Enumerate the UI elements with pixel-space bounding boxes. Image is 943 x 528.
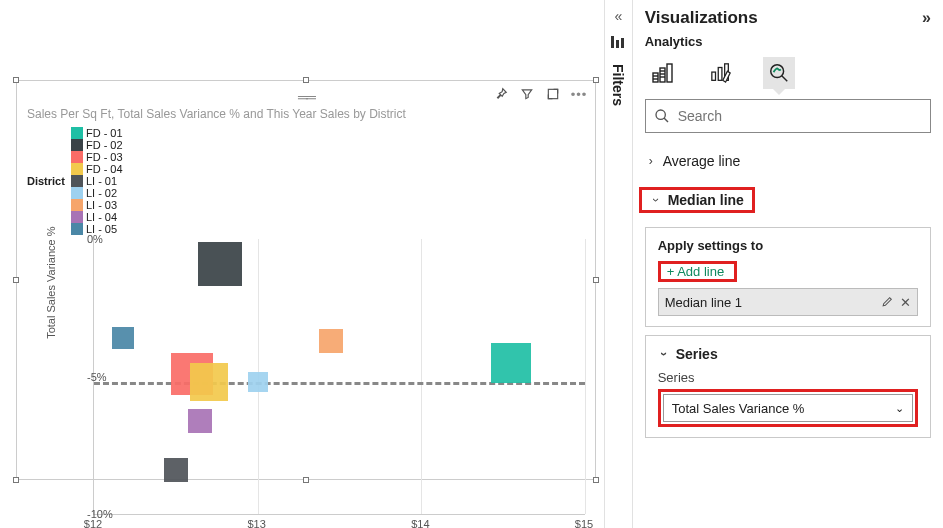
filter-icon[interactable] [519, 86, 535, 102]
legend-item[interactable]: FD - 02 [71, 139, 123, 151]
more-options-icon[interactable]: ••• [571, 86, 587, 102]
expand-right-icon[interactable]: » [922, 9, 931, 27]
series-section-title: Series [676, 346, 718, 362]
legend-label: FD - 04 [86, 163, 123, 175]
data-point[interactable] [190, 363, 228, 401]
data-point[interactable] [491, 343, 531, 383]
chevron-down-icon: ⌄ [895, 402, 904, 415]
series-dropdown-value: Total Sales Variance % [672, 401, 805, 416]
x-tick: $13 [247, 518, 265, 528]
legend-swatch [71, 187, 83, 199]
focus-mode-icon[interactable] [545, 86, 561, 102]
legend-swatch [71, 175, 83, 187]
pin-icon[interactable] [493, 86, 509, 102]
svg-rect-5 [660, 68, 665, 82]
legend-label: LI - 03 [86, 199, 117, 211]
legend-swatch [71, 163, 83, 175]
data-point[interactable] [198, 242, 242, 286]
resize-handle[interactable] [593, 77, 599, 83]
svg-rect-0 [548, 89, 557, 98]
tab-format-visual[interactable] [705, 57, 737, 89]
legend-title: District [27, 175, 65, 187]
svg-line-16 [781, 76, 787, 82]
apply-settings-card: Apply settings to + Add line Median line… [645, 227, 931, 327]
median-line-label: Median line [668, 192, 744, 208]
svg-line-18 [664, 118, 668, 122]
legend-label: FD - 03 [86, 151, 123, 163]
drag-handle-icon[interactable]: ══ [298, 89, 314, 105]
chevron-right-icon: › [645, 154, 657, 168]
series-card: › Series Series Total Sales Variance % ⌄ [645, 335, 931, 438]
add-line-button[interactable]: + Add line [663, 262, 728, 281]
search-input[interactable] [676, 107, 922, 125]
x-tick: $14 [411, 518, 429, 528]
y-axis-label: Total Sales Variance % [45, 227, 57, 339]
legend-swatch [71, 139, 83, 151]
chevron-down-icon: › [649, 194, 663, 206]
pane-title: Visualizations [645, 8, 758, 28]
svg-rect-4 [653, 73, 658, 82]
tab-build-visual[interactable] [647, 57, 679, 89]
svg-point-15 [770, 65, 783, 78]
legend-swatch [71, 211, 83, 223]
legend-swatch [71, 223, 83, 235]
svg-rect-6 [667, 64, 672, 82]
search-icon [654, 108, 670, 124]
tab-analytics[interactable] [763, 57, 795, 89]
resize-handle[interactable] [13, 77, 19, 83]
legend-item[interactable]: LI - 04 [71, 211, 123, 223]
legend-label: LI - 02 [86, 187, 117, 199]
average-line-label: Average line [663, 153, 741, 169]
legend-item[interactable]: LI - 01 [71, 175, 123, 187]
report-canvas[interactable]: ══ ••• Sales Per Sq Ft, Total Sales Vari… [0, 0, 604, 528]
series-dropdown[interactable]: Total Sales Variance % ⌄ [663, 394, 913, 422]
edit-icon[interactable] [881, 295, 894, 310]
legend-item[interactable]: LI - 03 [71, 199, 123, 211]
chart-plot-area[interactable] [93, 239, 585, 515]
resize-handle[interactable] [303, 77, 309, 83]
svg-rect-1 [611, 36, 614, 48]
close-icon[interactable]: ✕ [900, 295, 911, 310]
filters-label[interactable]: Filters [610, 64, 626, 106]
legend-item[interactable]: FD - 03 [71, 151, 123, 163]
median-line-item-name: Median line 1 [665, 295, 742, 310]
visualizations-pane: Visualizations » Analytics › Average lin… [632, 0, 943, 528]
legend-label: FD - 01 [86, 127, 123, 139]
chevron-down-icon[interactable]: › [657, 348, 671, 360]
average-line-section[interactable]: › Average line [645, 147, 931, 175]
expand-left-icon[interactable]: « [614, 8, 622, 24]
filters-icon[interactable] [611, 36, 625, 48]
pane-subtitle: Analytics [645, 34, 931, 49]
legend-swatch [71, 127, 83, 139]
visual-container[interactable]: ══ ••• Sales Per Sq Ft, Total Sales Vari… [16, 80, 596, 480]
search-box[interactable] [645, 99, 931, 133]
svg-rect-12 [711, 72, 715, 80]
legend-label: LI - 01 [86, 175, 117, 187]
x-tick: $12 [84, 518, 102, 528]
median-line-section[interactable]: › Median line [639, 187, 755, 213]
series-field-label: Series [658, 370, 918, 385]
legend-item[interactable]: FD - 04 [71, 163, 123, 175]
resize-handle[interactable] [593, 477, 599, 483]
legend-item[interactable]: FD - 01 [71, 127, 123, 139]
apply-settings-title: Apply settings to [658, 238, 918, 253]
resize-handle[interactable] [593, 277, 599, 283]
data-point[interactable] [248, 372, 268, 392]
chart-legend: District FD - 01FD - 02FD - 03FD - 04LI … [17, 125, 595, 239]
legend-swatch [71, 151, 83, 163]
filters-pane-collapsed[interactable]: « Filters [604, 0, 632, 528]
svg-rect-2 [616, 40, 619, 48]
svg-rect-3 [621, 38, 624, 48]
resize-handle[interactable] [13, 477, 19, 483]
data-point[interactable] [112, 327, 134, 349]
x-tick: $15 [575, 518, 593, 528]
data-point[interactable] [319, 329, 343, 353]
data-point[interactable] [188, 409, 212, 433]
gridline [421, 239, 422, 514]
median-line-item[interactable]: Median line 1 ✕ [658, 288, 918, 316]
legend-item[interactable]: LI - 02 [71, 187, 123, 199]
svg-rect-13 [718, 68, 722, 81]
chart-title: Sales Per Sq Ft, Total Sales Variance % … [17, 107, 595, 125]
resize-handle[interactable] [13, 277, 19, 283]
data-point[interactable] [164, 458, 188, 482]
